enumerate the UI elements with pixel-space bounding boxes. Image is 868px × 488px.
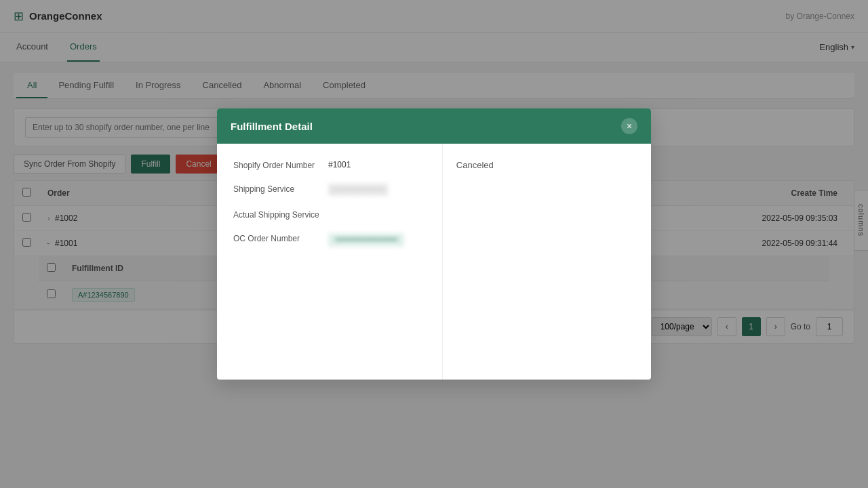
- fulfillment-detail-modal: Fulfillment Detail × Shopify Order Numbe…: [217, 108, 651, 380]
- shopify-order-value: #1001: [328, 160, 426, 169]
- modal-body: Shopify Order Number #1001 Shipping Serv…: [217, 144, 651, 380]
- shopify-order-label: Shopify Order Number: [233, 160, 328, 170]
- modal-left-panel: Shopify Order Number #1001 Shipping Serv…: [217, 144, 443, 380]
- shipping-service-row: Shipping Service ••••••••••••••••••: [233, 184, 426, 196]
- modal-close-button[interactable]: ×: [621, 118, 637, 134]
- shipping-service-label: Shipping Service: [233, 184, 328, 194]
- actual-shipping-label: Actual Shipping Service: [233, 209, 328, 220]
- oc-order-label: OC Order Number: [233, 233, 328, 243]
- modal-right-panel: Canceled: [443, 144, 651, 380]
- order-status: Canceled: [456, 160, 494, 170]
- modal-title: Fulfillment Detail: [231, 121, 313, 132]
- oc-order-row: OC Order Number ••••••••••••••••••••••: [233, 233, 426, 247]
- shopify-order-row: Shopify Order Number #1001: [233, 160, 426, 170]
- modal-overlay: Fulfillment Detail × Shopify Order Numbe…: [0, 0, 868, 488]
- actual-shipping-row: Actual Shipping Service: [233, 209, 426, 220]
- modal-header: Fulfillment Detail ×: [217, 108, 651, 144]
- shipping-service-value: ••••••••••••••••••: [328, 184, 388, 196]
- oc-order-value: ••••••••••••••••••••••: [328, 233, 404, 247]
